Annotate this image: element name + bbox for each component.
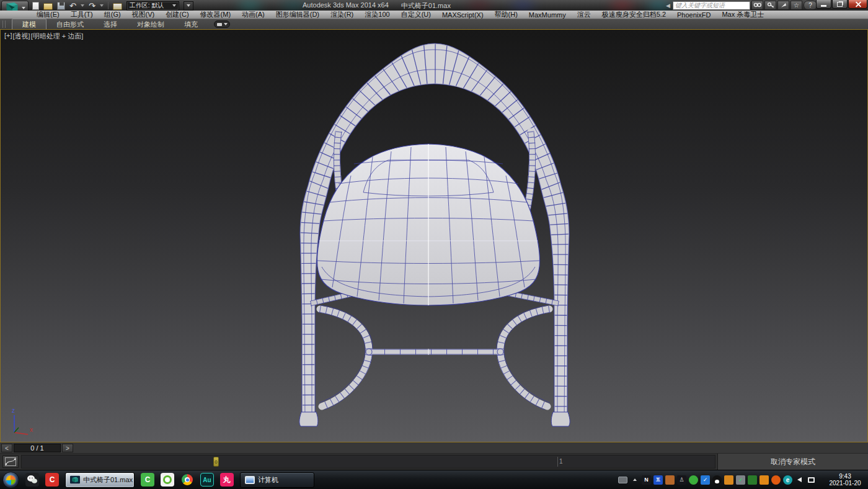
tab-freeform[interactable]: 自由形式 [46,19,94,30]
camtasia-red-icon[interactable]: C [45,473,59,487]
viewport-menu-pov[interactable]: [透视] [13,32,30,41]
close-button[interactable] [848,0,867,9]
keyboard-icon[interactable] [618,477,627,483]
chevron-down-icon [172,4,176,7]
network-icon[interactable] [807,475,816,485]
sign-in-key-icon[interactable] [764,1,776,10]
tab-object-paint[interactable]: 对象绘制 [127,19,174,30]
camtasia-green-icon[interactable]: C [141,473,154,487]
project-folder-icon[interactable] [113,3,122,10]
menu-animation[interactable]: 动画(A) [236,10,270,19]
hidden-icons-arrow[interactable] [630,475,639,485]
360-browser-icon[interactable] [161,473,174,487]
menu-help[interactable]: 帮助(H) [489,10,523,19]
menu-phoenixfd[interactable]: PhoenixFD [671,11,716,19]
wanzi-icon[interactable]: 丸 [220,473,234,487]
menu-views[interactable]: 视图(V) [126,10,161,19]
pc-manager-icon[interactable]: ✓ [701,475,710,485]
menu-rendering[interactable]: 渲染(R) [325,10,359,19]
undo-dropdown-icon[interactable] [81,4,84,7]
open-file-icon[interactable] [43,3,53,10]
computer-icon [245,476,255,484]
chair-wireframe-model[interactable]: z x [1,30,867,442]
communication-center-icon[interactable] [777,1,789,10]
nvidia-icon[interactable] [748,475,757,485]
menu-rendercloud[interactable]: 渲云 [572,10,596,19]
workspace-dropdown[interactable]: 工作区: 默认 [126,1,180,11]
menu-render100[interactable]: 渲染100 [359,10,395,19]
ime-blue-icon[interactable]: 五 [653,475,663,485]
orange-app-icon[interactable] [724,475,733,485]
chrome-icon[interactable] [180,473,194,487]
search-icon[interactable] [751,1,763,10]
adobe-person-icon[interactable]: ♙ [677,475,686,485]
wechat-tray-icon[interactable] [689,475,698,485]
menu-antivirus[interactable]: Max 杀毒卫士 [716,10,769,19]
cancel-expert-mode-button[interactable]: 取消专家模式 [717,454,868,470]
task-button-3dsmax[interactable]: 中式椅子01.max ... [65,472,135,488]
viewport-menu-shading[interactable]: [明暗处理 + 边面] [31,32,84,41]
menu-customize[interactable]: 自定义(U) [396,10,436,19]
menu-slim-archive[interactable]: 极速瘦身安全归档5.2 [596,10,671,19]
internet-e-icon[interactable]: e [783,475,792,485]
menu-maxscript[interactable]: MAXScript(X) [436,11,489,19]
save-file-icon[interactable] [57,2,65,10]
track-bar-ruler[interactable]: 0 1 [21,455,715,469]
task-button-computer[interactable]: 计算机 [240,472,314,488]
menu-maxmummy[interactable]: MaxMummy [523,11,572,19]
usb-device-icon[interactable] [665,475,675,485]
menu-edit[interactable]: 编辑(E) [31,10,65,19]
start-button[interactable] [2,472,19,488]
redo-icon[interactable]: ↷ [89,2,95,10]
clock-time: 9:43 [825,473,866,480]
perspective-viewport[interactable]: [+] [透视] [明暗处理 + 边面] [0,29,868,442]
axis-x-label: x [30,426,33,433]
previous-frame-button[interactable]: < [1,444,12,452]
taskbar-clock[interactable]: 9:43 2021-01-20 [825,473,866,487]
search-input[interactable] [673,1,750,10]
menu-tools[interactable]: 工具(T) [65,10,99,19]
document-title: 中式椅子01.max [401,1,451,9]
network-monitor-glyph [808,477,815,483]
audition-icon[interactable]: Au [200,473,214,487]
ime-n-icon[interactable]: N [642,475,651,485]
usb-eject-icon[interactable]: ✓ [736,475,745,485]
title-bar: ↶ ↷ 工作区: 默认 Autodesk 3ds Max 2014 x64 中式… [0,0,868,11]
menu-bar: 编辑(E) 工具(T) 组(G) 视图(V) 创建(C) 修改器(M) 动画(A… [0,11,868,19]
menu-modifiers[interactable]: 修改器(M) [195,10,237,19]
minimize-button[interactable] [816,0,831,9]
tab-modeling[interactable]: 建模 [12,19,46,30]
chevron-down-icon [224,23,228,25]
infocenter-collapse-icon[interactable]: ◀ [666,2,670,9]
tab-selection[interactable]: 选择 [94,19,127,30]
new-scene-icon[interactable] [32,2,39,10]
favorites-star-icon[interactable]: ☆ [790,1,802,10]
application-menu-button[interactable] [1,1,29,11]
customize-toolbar-button[interactable] [184,1,193,11]
wechat-icon[interactable] [25,473,39,487]
menu-group[interactable]: 组(G) [99,10,126,19]
app-title: Autodesk 3ds Max 2014 x64 [303,1,389,9]
screenshot-camera-icon[interactable] [760,475,769,485]
chair-seat-cushion [317,144,539,305]
mini-curve-editor-button[interactable] [2,455,19,468]
system-tray: N 五 ♙ ✓ ✓ e [618,475,816,485]
viewport-menu-general[interactable]: [+] [4,32,12,41]
ribbon-display-toggle[interactable] [214,20,230,28]
redo-dropdown-icon[interactable] [100,4,104,7]
menu-create[interactable]: 创建(C) [160,10,194,19]
security-flame-icon[interactable] [771,475,781,485]
workspace-label: 工作区: 默认 [130,1,164,10]
ribbon-grip-handle[interactable] [2,20,6,28]
task-label: 计算机 [258,475,278,485]
menu-graph-editors[interactable]: 图形编辑器(D) [270,10,325,19]
restore-button[interactable] [832,0,848,9]
volume-icon[interactable] [795,475,804,485]
glass-blur-decoration [232,0,267,11]
next-frame-button[interactable]: > [62,444,73,452]
frame-tick-label: 1 [557,457,563,467]
qq-icon[interactable] [712,475,722,485]
time-slider-handle[interactable]: 0 [213,457,219,467]
undo-icon[interactable]: ↶ [69,2,76,10]
tab-populate[interactable]: 填充 [174,19,208,30]
